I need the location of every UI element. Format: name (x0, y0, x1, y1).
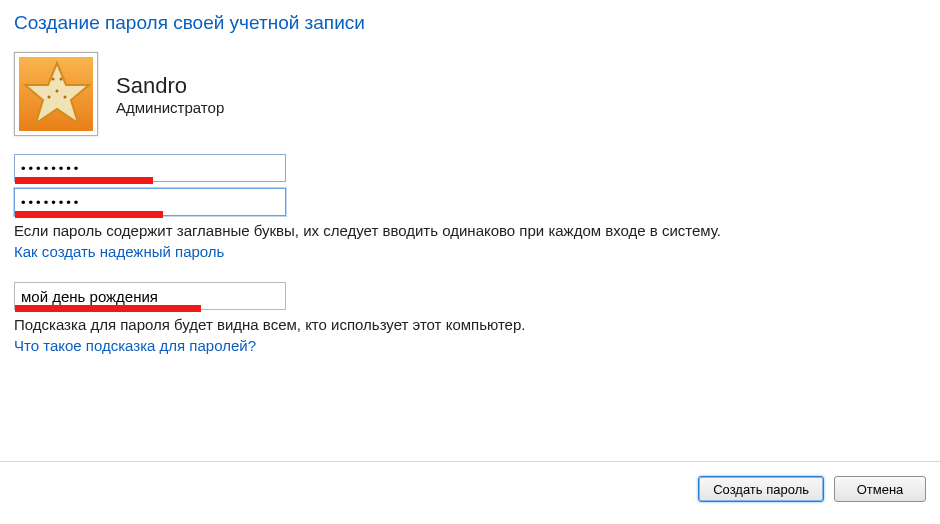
create-password-page: Создание пароля своей учетной записи San… (0, 0, 940, 524)
svg-marker-0 (25, 63, 89, 123)
hint-note: Подсказка для пароля будет видна всем, к… (14, 316, 926, 333)
user-name: Sandro (116, 73, 224, 99)
caps-note: Если пароль содержит заглавные буквы, их… (14, 222, 926, 239)
divider (0, 461, 940, 462)
starfish-icon (19, 57, 93, 131)
hint-field-wrap (14, 282, 286, 310)
password-field-wrap (14, 154, 286, 182)
annotation-overlay (15, 305, 201, 312)
confirm-password-field-wrap (14, 188, 286, 216)
annotation-overlay (15, 177, 153, 184)
user-info-row: Sandro Администратор (14, 52, 926, 136)
strong-password-link[interactable]: Как создать надежный пароль (14, 243, 926, 260)
svg-point-4 (48, 96, 51, 99)
svg-point-5 (64, 96, 67, 99)
svg-point-2 (60, 78, 63, 81)
svg-point-3 (56, 90, 59, 93)
hint-help-link[interactable]: Что такое подсказка для паролей? (14, 337, 926, 354)
button-bar: Создать пароль Отмена (698, 476, 926, 502)
annotation-overlay (15, 211, 163, 218)
create-password-button[interactable]: Создать пароль (698, 476, 824, 502)
user-text: Sandro Администратор (116, 73, 224, 116)
page-title: Создание пароля своей учетной записи (14, 12, 926, 34)
user-role: Администратор (116, 99, 224, 116)
svg-point-1 (52, 78, 55, 81)
cancel-button[interactable]: Отмена (834, 476, 926, 502)
avatar (14, 52, 98, 136)
